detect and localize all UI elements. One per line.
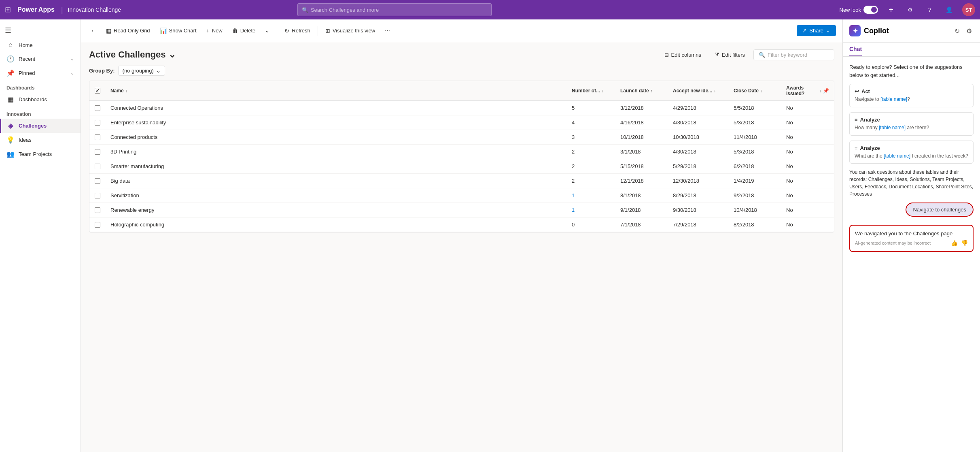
row-select-checkbox[interactable] xyxy=(95,207,100,213)
sidebar-item-team-projects[interactable]: 👥 Team Projects xyxy=(0,147,81,161)
pin-icon[interactable]: 📌 xyxy=(823,88,829,94)
sidebar-item-pinned[interactable]: 📌 Pinned ⌄ xyxy=(0,66,81,80)
table-row[interactable]: Holographic computing 0 7/1/2018 7/29/20… xyxy=(89,217,834,232)
row-select-checkbox[interactable] xyxy=(95,193,100,198)
row-checkbox[interactable] xyxy=(89,130,106,144)
table-row[interactable]: Smarter manufacturing 2 5/15/2018 5/29/2… xyxy=(89,159,834,174)
sidebar-item-recent[interactable]: 🕐 Recent ⌄ xyxy=(0,52,81,66)
table-row[interactable]: Big data 2 12/1/2018 12/30/2018 1/4/2019… xyxy=(89,174,834,188)
show-chart-button[interactable]: 📊 Show Chart xyxy=(156,25,201,36)
row-name[interactable]: Servitization xyxy=(106,188,567,203)
col-header-launch[interactable]: Launch date ↑ xyxy=(615,81,668,100)
row-checkbox[interactable] xyxy=(89,203,106,217)
sidebar-hamburger[interactable]: ☰ xyxy=(0,23,81,38)
col-header-accept[interactable]: Accept new ide... ↓ xyxy=(668,81,729,100)
table-row[interactable]: Renewable energy 1 9/1/2018 9/30/2018 10… xyxy=(89,203,834,217)
user-navigate-bubble[interactable]: Navigate to challenges xyxy=(906,203,974,217)
visualize-button[interactable]: ⊞ Visualize this view xyxy=(321,25,379,36)
row-number[interactable]: 2 xyxy=(567,145,615,159)
sidebar-item-home[interactable]: ⌂ Home xyxy=(0,38,81,52)
row-checkbox[interactable] xyxy=(89,189,106,203)
suggestion-act[interactable]: ↩ Act Navigate to [table name]? xyxy=(849,84,974,107)
header-checkbox[interactable]: ✓ xyxy=(89,81,106,100)
table-row[interactable]: Connected Operations 5 3/12/2018 4/29/20… xyxy=(89,101,834,115)
suggestion-analyze2[interactable]: ≡ Analyze What are the [table name] I cr… xyxy=(849,141,974,164)
col-header-name[interactable]: Name ↓ xyxy=(106,81,567,100)
settings-icon-btn[interactable]: ⚙ xyxy=(904,3,917,16)
group-by-select[interactable]: (no grouping) ⌄ xyxy=(118,66,165,76)
global-search-bar[interactable]: 🔍 Search Challenges and more xyxy=(297,3,492,16)
edit-filters-button[interactable]: ⧩ Edit filters xyxy=(710,49,750,61)
row-number[interactable]: 2 xyxy=(567,159,615,173)
row-name[interactable]: Connected products xyxy=(106,130,567,144)
row-checkbox[interactable] xyxy=(89,160,106,173)
suggestion-analyze1[interactable]: ≡ Analyze How many [table name] are ther… xyxy=(849,112,974,136)
select-all-checkbox[interactable]: ✓ xyxy=(95,88,100,94)
row-name[interactable]: 3D Printing xyxy=(106,145,567,159)
row-select-checkbox[interactable] xyxy=(95,178,100,184)
col-header-awards[interactable]: Awards issued? ↓ 📌 xyxy=(781,81,834,100)
row-number[interactable]: 4 xyxy=(567,115,615,130)
row-checkbox[interactable] xyxy=(89,218,106,232)
sidebar-item-ideas[interactable]: 💡 Ideas xyxy=(0,133,81,147)
filter-input[interactable]: 🔍 Filter by keyword xyxy=(753,49,834,60)
user-avatar[interactable]: ST xyxy=(962,3,975,16)
ellipsis-button[interactable]: ⋯ xyxy=(381,25,394,36)
col-header-number[interactable]: Number of... ↓ xyxy=(567,81,615,100)
row-name[interactable]: Enterprise sustainability xyxy=(106,115,567,130)
table-row[interactable]: Connected products 3 10/1/2018 10/30/201… xyxy=(89,130,834,145)
row-number[interactable]: 2 xyxy=(567,174,615,188)
copilot-settings-btn[interactable]: ⚙ xyxy=(965,26,974,36)
row-number[interactable]: 1 xyxy=(567,188,615,203)
row-name[interactable]: Smarter manufacturing xyxy=(106,159,567,173)
row-select-checkbox[interactable] xyxy=(95,134,100,140)
row-name[interactable]: Connected Operations xyxy=(106,101,567,115)
refresh-button[interactable]: ↻ Refresh xyxy=(280,25,314,36)
help-icon-btn[interactable]: ? xyxy=(923,3,936,16)
new-look-switch[interactable] xyxy=(863,6,878,14)
sidebar-item-challenges[interactable]: ◈ Challenges xyxy=(0,119,81,133)
col-header-close[interactable]: Close Date ↓ xyxy=(729,81,781,100)
edit-columns-button[interactable]: ⊟ Edit columns xyxy=(659,49,706,61)
row-select-checkbox[interactable] xyxy=(95,120,100,126)
row-name[interactable]: Renewable energy xyxy=(106,203,567,217)
table-row[interactable]: Servitization 1 8/1/2018 8/29/2018 9/2/2… xyxy=(89,188,834,203)
new-look-toggle[interactable]: New look xyxy=(840,6,878,14)
new-button[interactable]: + New xyxy=(202,25,227,36)
row-checkbox[interactable] xyxy=(89,101,106,115)
row-select-checkbox[interactable] xyxy=(95,164,100,169)
row-number[interactable]: 0 xyxy=(567,217,615,232)
row-select-checkbox[interactable] xyxy=(95,222,100,228)
row-checkbox[interactable] xyxy=(89,145,106,159)
waffle-menu-icon[interactable]: ⊞ xyxy=(5,5,11,14)
back-button[interactable]: ← xyxy=(87,24,100,37)
table-row[interactable]: 3D Printing 2 3/1/2018 4/30/2018 5/3/201… xyxy=(89,145,834,159)
row-select-checkbox[interactable] xyxy=(95,105,100,111)
share-button[interactable]: ↗ Share ⌄ xyxy=(797,25,836,36)
delete-more-button[interactable]: ⌄ xyxy=(261,25,274,36)
row-number[interactable]: 5 xyxy=(567,101,615,115)
delete-button[interactable]: 🗑 Delete xyxy=(228,25,260,36)
table-row[interactable]: Enterprise sustainability 4 4/16/2018 4/… xyxy=(89,115,834,130)
ai-disclaimer-text: AI-generated content may be incorrect xyxy=(855,241,931,245)
add-icon-btn[interactable]: + xyxy=(885,3,897,16)
row-checkbox[interactable] xyxy=(89,116,106,130)
filter-placeholder: Filter by keyword xyxy=(768,52,807,58)
sidebar-item-dashboards[interactable]: ▦ Dashboards xyxy=(0,92,81,107)
row-select-checkbox[interactable] xyxy=(95,149,100,155)
row-close: 5/3/2018 xyxy=(729,145,781,159)
sidebar-dashboards-label: Dashboards xyxy=(19,96,47,102)
row-number[interactable]: 3 xyxy=(567,130,615,144)
row-number[interactable]: 1 xyxy=(567,203,615,217)
profile-icon-btn[interactable]: 👤 xyxy=(943,3,956,16)
read-only-grid-button[interactable]: ▦ Read Only Grid xyxy=(102,25,154,36)
copilot-tab-chat[interactable]: Chat xyxy=(849,43,862,56)
row-name[interactable]: Holographic computing xyxy=(106,217,567,232)
thumbs-down-button[interactable]: 👎 xyxy=(961,240,968,246)
view-title-chevron-icon[interactable]: ⌄ xyxy=(168,49,176,60)
row-checkbox[interactable] xyxy=(89,174,106,188)
copilot-refresh-btn[interactable]: ↻ xyxy=(953,26,961,36)
row-name[interactable]: Big data xyxy=(106,174,567,188)
thumbs-up-button[interactable]: 👍 xyxy=(951,240,958,246)
row-accept: 4/30/2018 xyxy=(668,145,729,159)
